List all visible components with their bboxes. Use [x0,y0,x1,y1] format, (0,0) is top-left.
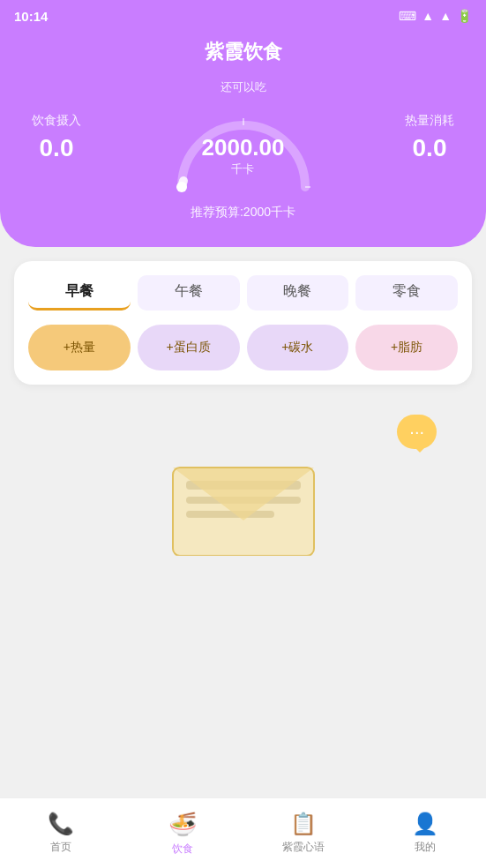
lower-section: ··· [0,395,486,566]
stats-row: 饮食摄入 0.0 还可以吃 2000 [21,79,465,196]
status-bar: 10:14 ⌨ ▲ ▲ 🔋 [0,0,486,32]
recommend-text: 推荐预算:2000千卡 [21,205,465,221]
envelope-svg [155,415,332,556]
battery-icon: 🔋 [457,9,472,23]
calorie-burn-label: 热量消耗 [394,113,465,129]
nav-home-label: 首页 [50,840,71,855]
calorie-burn-value: 0.0 [394,134,465,162]
gauge-svg: 2000.00 千卡 [164,99,323,196]
profile-icon: 👤 [412,812,438,836]
nav-home[interactable]: 📞 首页 [0,812,122,855]
tab-dinner[interactable]: 晚餐 [247,275,349,311]
add-fat-button[interactable]: +脂肪 [355,325,458,370]
diet-intake-value: 0.0 [21,134,92,162]
meal-tabs: 早餐 午餐 晚餐 零食 [28,275,458,311]
gauge-title: 还可以吃 [221,79,266,95]
home-icon: 📞 [48,812,74,836]
nav-profile-label: 我的 [415,840,436,855]
calorie-burn-block: 热量消耗 0.0 [394,113,465,162]
tab-snack[interactable]: 零食 [355,275,458,311]
header-section: 紫霞饮食 饮食摄入 0.0 还可以吃 [0,32,486,247]
gauge-center: 2000.00 千卡 [202,134,285,177]
svg-point-3 [176,182,187,192]
letter-illustration: ··· [14,406,472,556]
tab-breakfast[interactable]: 早餐 [28,275,131,311]
nav-heart[interactable]: 📋 紫霞心语 [243,812,365,855]
bottom-nav: 📞 首页 🍜 饮食 📋 紫霞心语 👤 我的 [0,797,486,868]
nav-diet[interactable]: 🍜 饮食 [122,811,243,857]
tab-lunch[interactable]: 午餐 [138,275,240,311]
gauge-unit: 千卡 [202,161,285,177]
add-protein-button[interactable]: +蛋白质 [138,325,240,370]
nav-diet-label: 饮食 [172,842,193,857]
heart-icon: 📋 [290,812,317,836]
gauge-container: 还可以吃 2000.00 千卡 [92,79,394,196]
add-carb-button[interactable]: +碳水 [247,325,349,370]
app-title: 紫霞饮食 [21,39,465,65]
add-calorie-button[interactable]: +热量 [28,325,131,370]
keyboard-icon: ⌨ [399,9,416,23]
diet-icon: 🍜 [168,811,197,838]
svg-rect-7 [186,511,274,518]
diet-intake-block: 饮食摄入 0.0 [21,113,92,162]
speech-bubble: ··· [397,415,437,449]
nav-heart-label: 紫霞心语 [282,840,325,855]
signal-icon: ▲ [439,9,452,23]
status-time: 10:14 [14,9,48,24]
wifi-icon: ▲ [422,9,434,23]
status-icons: ⌨ ▲ ▲ 🔋 [399,9,472,23]
diet-intake-label: 饮食摄入 [21,113,92,129]
nutrient-row: +热量 +蛋白质 +碳水 +脂肪 [28,325,458,370]
meal-card: 早餐 午餐 晚餐 零食 +热量 +蛋白质 +碳水 +脂肪 [14,261,472,385]
gauge-value: 2000.00 [202,134,285,161]
nav-profile[interactable]: 👤 我的 [364,812,486,855]
